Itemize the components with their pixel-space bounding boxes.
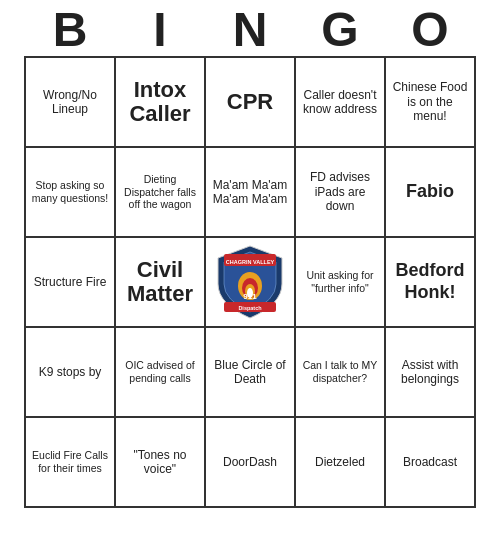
cell-text-8: FD advises iPads are down <box>300 170 380 213</box>
bingo-cell-16: OIC advised of pending calls <box>116 328 206 418</box>
svg-text:CHAGRIN VALLEY: CHAGRIN VALLEY <box>226 259 275 265</box>
svg-text:911: 911 <box>243 292 257 301</box>
cell-text-0: Wrong/No Lineup <box>30 88 110 117</box>
bingo-cell-8: FD advises iPads are down <box>296 148 386 238</box>
cell-text-3: Caller doesn't know address <box>300 88 380 117</box>
cell-text-17: Blue Circle of Death <box>210 358 290 387</box>
bingo-grid: Wrong/No LineupIntox CallerCPRCaller doe… <box>24 56 476 508</box>
bingo-cell-13: Unit asking for "further info" <box>296 238 386 328</box>
cell-text-5: Stop asking so many questions! <box>30 179 110 204</box>
bingo-cell-23: Dietzeled <box>296 418 386 508</box>
free-space-badge: CHAGRIN VALLEY 911 Dispatch <box>206 238 294 326</box>
bingo-cell-2: CPR <box>206 58 296 148</box>
cell-text-4: Chinese Food is on the menu! <box>390 80 470 123</box>
bingo-cell-6: Dieting Dispatcher falls off the wagon <box>116 148 206 238</box>
cell-text-7: Ma'am Ma'am Ma'am Ma'am <box>210 178 290 207</box>
bingo-cell-21: "Tones no voice" <box>116 418 206 508</box>
svg-text:Dispatch: Dispatch <box>238 305 262 311</box>
bingo-cell-18: Can I talk to MY dispatcher? <box>296 328 386 418</box>
bingo-cell-7: Ma'am Ma'am Ma'am Ma'am <box>206 148 296 238</box>
bingo-cell-4: Chinese Food is on the menu! <box>386 58 476 148</box>
bingo-cell-20: Euclid Fire Calls for their times <box>26 418 116 508</box>
bingo-cell-9: Fabio <box>386 148 476 238</box>
cell-text-6: Dieting Dispatcher falls off the wagon <box>120 173 200 211</box>
cell-text-23: Dietzeled <box>315 455 365 469</box>
cell-text-2: CPR <box>227 90 273 114</box>
cell-text-11: Civil Matter <box>120 258 200 306</box>
cell-text-22: DoorDash <box>223 455 277 469</box>
cell-text-1: Intox Caller <box>120 78 200 126</box>
letter-i: I <box>115 6 205 54</box>
bingo-header: B I N G O <box>0 0 500 56</box>
cell-text-20: Euclid Fire Calls for their times <box>30 449 110 474</box>
letter-o: O <box>385 6 475 54</box>
letter-g: G <box>295 6 385 54</box>
cell-text-14: Bedford Honk! <box>390 260 470 303</box>
cell-text-9: Fabio <box>406 181 454 203</box>
bingo-cell-11: Civil Matter <box>116 238 206 328</box>
cell-text-15: K9 stops by <box>39 365 102 379</box>
bingo-cell-3: Caller doesn't know address <box>296 58 386 148</box>
cell-text-13: Unit asking for "further info" <box>300 269 380 294</box>
bingo-cell-17: Blue Circle of Death <box>206 328 296 418</box>
bingo-cell-24: Broadcast <box>386 418 476 508</box>
bingo-cell-5: Stop asking so many questions! <box>26 148 116 238</box>
letter-n: N <box>205 6 295 54</box>
cell-text-24: Broadcast <box>403 455 457 469</box>
bingo-cell-19: Assist with belongings <box>386 328 476 418</box>
cell-text-10: Structure Fire <box>34 275 107 289</box>
cell-text-16: OIC advised of pending calls <box>120 359 200 384</box>
bingo-cell-1: Intox Caller <box>116 58 206 148</box>
letter-b: B <box>25 6 115 54</box>
cell-text-19: Assist with belongings <box>390 358 470 387</box>
bingo-cell-12: CHAGRIN VALLEY 911 Dispatch <box>206 238 296 328</box>
bingo-cell-10: Structure Fire <box>26 238 116 328</box>
bingo-cell-15: K9 stops by <box>26 328 116 418</box>
bingo-cell-22: DoorDash <box>206 418 296 508</box>
cell-text-18: Can I talk to MY dispatcher? <box>300 359 380 384</box>
bingo-cell-14: Bedford Honk! <box>386 238 476 328</box>
cell-text-21: "Tones no voice" <box>120 448 200 477</box>
bingo-cell-0: Wrong/No Lineup <box>26 58 116 148</box>
